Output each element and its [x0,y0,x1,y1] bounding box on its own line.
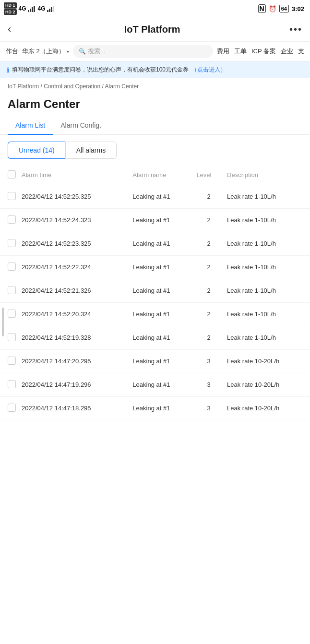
table-header-row: Alarm time Alarm name Level Description [0,166,310,185]
alarm-desc-cell: Leak rate 1-10L/h [224,208,310,232]
row-checkbox[interactable] [8,239,16,247]
table-row: 2022/04/12 14:52:20.324 Leaking at #1 2 … [0,302,310,326]
row-checkbox[interactable] [8,262,16,271]
svg-rect-4 [47,10,48,12]
row-checkbox-cell[interactable] [0,208,19,232]
secondary-navigation: 作台 华东 2（上海） ▾ 🔍 搜索... 费用 工单 ICP 备案 企业 支 [0,42,310,61]
alarm-desc-cell: Leak rate 1-10L/h [224,326,310,349]
alarm-level-cell: 2 [193,232,224,255]
table-row: 2022/04/12 14:52:24.323 Leaking at #1 2 … [0,208,310,232]
alarm-name-cell: Leaking at #1 [130,326,193,349]
alarm-desc-cell: Leak rate 1-10L/h [224,279,310,302]
alarm-time-cell: 2022/04/12 14:47:18.295 [19,396,130,420]
row-checkbox[interactable] [8,310,16,318]
top-navigation: ‹ IoT Platform ••• [0,17,310,42]
alarm-name-cell: Leaking at #1 [130,349,193,373]
alarm-time-cell: 2022/04/12 14:52:20.324 [19,302,130,326]
signal-icons: 4G 4G [19,5,56,12]
back-button[interactable]: ‹ [8,21,15,37]
status-bar: HD 1 HD 2 4G 4G N ⏰ 64 3:02 [0,0,310,17]
chevron-down-icon: ▾ [67,49,69,54]
hd1-badge: HD 1 [4,2,17,9]
nav-link-icp[interactable]: ICP 备案 [251,47,276,56]
alarm-desc-cell: Leak rate 1-10L/h [224,255,310,279]
banner-link[interactable]: （点击进入） [191,66,226,74]
alarm-name-cell: Leaking at #1 [130,232,193,255]
alarm-table: Alarm time Alarm name Level Description … [0,166,310,420]
alarm-time-cell: 2022/04/12 14:52:21.326 [19,279,130,302]
alarm-level-cell: 3 [193,373,224,396]
search-box[interactable]: 🔍 搜索... [73,45,213,58]
search-icon: 🔍 [79,48,86,55]
row-checkbox[interactable] [8,286,16,294]
alarm-name-cell: Leaking at #1 [130,373,193,396]
nav-link-enterprise[interactable]: 企业 [281,47,293,56]
alarm-name-header: Alarm name [130,166,193,185]
alarm-name-cell: Leaking at #1 [130,255,193,279]
nav-link-tickets[interactable]: 工单 [234,47,247,56]
alarm-name-cell: Leaking at #1 [130,185,193,208]
signal-bars-2-icon [47,5,56,12]
level-header: Level [193,166,224,185]
alarm-level-cell: 2 [193,255,224,279]
row-checkbox-cell[interactable] [0,255,19,279]
time-display: 3:02 [292,5,304,12]
nav-link-more[interactable]: 支 [298,47,304,56]
table-row: 2022/04/12 14:52:21.326 Leaking at #1 2 … [0,279,310,302]
row-checkbox-cell[interactable] [0,373,19,396]
row-checkbox-cell[interactable] [0,349,19,373]
alarm-time-cell: 2022/04/12 14:52:23.325 [19,232,130,255]
table-row: 2022/04/12 14:52:25.325 Leaking at #1 2 … [0,185,310,208]
filter-unread-button[interactable]: Unread (14) [8,142,65,159]
survey-banner: ℹ 填写物联网平台满意度问卷，说出您的心声，有机会收获100元代金券 （点击进入… [0,61,310,78]
row-checkbox-cell[interactable] [0,279,19,302]
nav-link-fees[interactable]: 费用 [217,47,229,56]
row-checkbox[interactable] [8,215,16,224]
more-options-button[interactable]: ••• [289,24,302,35]
row-checkbox-cell[interactable] [0,185,19,208]
row-checkbox-cell[interactable] [0,232,19,255]
row-checkbox[interactable] [8,192,16,200]
row-checkbox[interactable] [8,333,16,341]
table-row: 2022/04/12 14:47:19.296 Leaking at #1 3 … [0,373,310,396]
nfc-icon: N [258,4,266,13]
alarm-name-cell: Leaking at #1 [130,208,193,232]
hd2-badge: HD 2 [4,9,17,15]
svg-rect-7 [53,6,54,12]
row-checkbox-cell[interactable] [0,396,19,420]
region-label: 华东 2（上海） [22,47,65,56]
alarm-time-cell: 2022/04/12 14:47:20.295 [19,349,130,373]
table-row: 2022/04/12 14:52:19.328 Leaking at #1 2 … [0,326,310,349]
alarm-name-cell: Leaking at #1 [130,396,193,420]
alarm-level-cell: 2 [193,208,224,232]
battery-level: 64 [279,5,289,12]
workbench-link[interactable]: 作台 [6,47,18,56]
svg-rect-2 [32,7,33,12]
checkbox-header[interactable] [0,166,19,185]
page-title: Alarm Center [0,95,310,117]
network1-label: 4G [19,5,26,12]
region-selector[interactable]: 华东 2（上海） ▾ [22,47,69,56]
alarm-time-cell: 2022/04/12 14:52:24.323 [19,208,130,232]
scroll-indicator [2,308,4,336]
network2-label: 4G [38,5,46,12]
alarm-desc-cell: Leak rate 1-10L/h [224,232,310,255]
row-checkbox[interactable] [8,404,16,412]
alarm-level-cell: 2 [193,185,224,208]
alarm-desc-cell: Leak rate 1-10L/h [224,185,310,208]
row-checkbox[interactable] [8,357,16,365]
alarm-time-cell: 2022/04/12 14:52:19.328 [19,326,130,349]
tab-alarm-config[interactable]: Alarm Config. [53,117,109,135]
alarm-level-cell: 3 [193,396,224,420]
tab-alarm-list[interactable]: Alarm List [8,117,53,135]
row-checkbox[interactable] [8,380,16,388]
alarm-desc-cell: Leak rate 10-20L/h [224,396,310,420]
table-row: 2022/04/12 14:52:23.325 Leaking at #1 2 … [0,232,310,255]
select-all-checkbox[interactable] [8,170,16,179]
tab-bar: Alarm List Alarm Config. [0,117,310,135]
info-icon: ℹ [7,66,9,74]
table-row: 2022/04/12 14:47:18.295 Leaking at #1 3 … [0,396,310,420]
filter-all-button[interactable]: All alarms [65,142,117,159]
svg-rect-1 [30,9,31,12]
alarm-time-cell: 2022/04/12 14:52:25.325 [19,185,130,208]
